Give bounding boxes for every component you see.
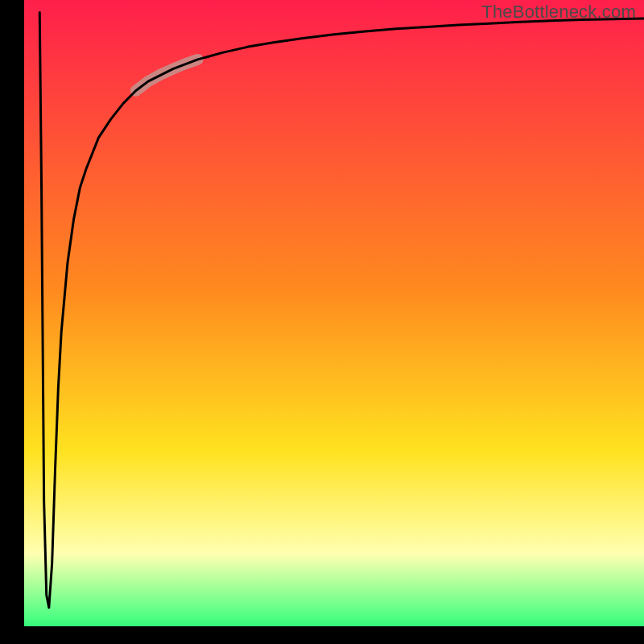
- plot-background: [0, 0, 644, 644]
- chart-container: TheBottleneck.com: [0, 0, 644, 644]
- bottleneck-chart: [0, 0, 644, 644]
- left-axis-band: [0, 0, 24, 644]
- bottom-axis-band: [0, 626, 644, 644]
